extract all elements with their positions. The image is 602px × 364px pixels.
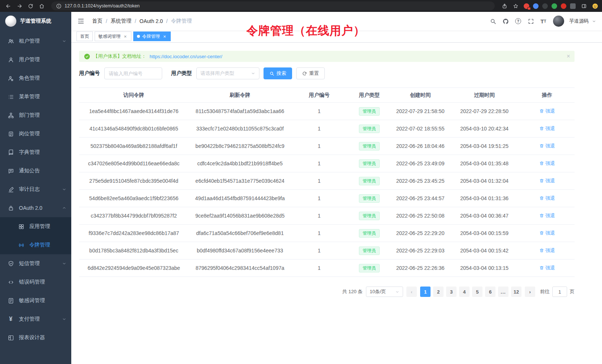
user-menu-caret-icon[interactable]: [592, 19, 596, 23]
page-button-4[interactable]: 4: [459, 287, 470, 297]
doc-link[interactable]: https://doc.iocoder.cn/user-center/: [150, 54, 222, 59]
share-icon[interactable]: [500, 1, 509, 10]
sidebar-item-oauth[interactable]: OAuth 2.0: [0, 199, 71, 217]
sidebar-item-post[interactable]: 岗位管理: [0, 125, 71, 143]
alert-close-icon[interactable]: ×: [567, 53, 570, 59]
create-time-cell: 2022-06-25 22:50:08: [392, 207, 449, 225]
tab-0[interactable]: 首页: [76, 32, 93, 41]
select-caret-icon: [251, 71, 255, 76]
user-type-select[interactable]: 请选择用户类型: [196, 67, 259, 79]
force-logout-button[interactable]: 强退: [539, 247, 555, 254]
user-id-input[interactable]: [104, 67, 162, 79]
dict-icon: [7, 149, 14, 156]
table-row: 1ea5e44f8bc1467aaede43144f31de76811c5304…: [79, 103, 575, 120]
access-token-cell: c347026e805e4d99b0d116eae66eda8c: [79, 155, 189, 172]
chevron-down-icon: [62, 39, 66, 43]
force-logout-button[interactable]: 强退: [539, 178, 555, 184]
pagination-ellipsis[interactable]: ...: [498, 287, 508, 297]
site-info-icon[interactable]: [56, 1, 62, 10]
sidebar-item-notice[interactable]: 通知公告: [0, 162, 71, 180]
breadcrumb-item[interactable]: 系统管理: [111, 18, 131, 24]
log-icon: [7, 186, 14, 193]
reload-button[interactable]: [26, 1, 35, 10]
tab-close-icon[interactable]: ×: [162, 34, 167, 39]
sidebar-item-app[interactable]: 应用管理: [0, 217, 71, 236]
force-logout-button[interactable]: 强退: [539, 108, 555, 115]
page-button-2[interactable]: 2: [433, 287, 444, 297]
tab-1[interactable]: 敏感词管理×: [95, 32, 131, 41]
reset-button[interactable]: 重置: [296, 67, 325, 79]
next-page-button[interactable]: ›: [525, 287, 535, 297]
profile-avatar-icon[interactable]: [592, 3, 598, 9]
force-logout-button[interactable]: 强退: [539, 125, 555, 132]
access-token-cell: b0d1785bc3a8482f812db4a3f3bd15ec: [79, 242, 189, 259]
page-button-12[interactable]: 12: [511, 287, 521, 297]
page-button-3[interactable]: 3: [446, 287, 457, 297]
fullscreen-icon[interactable]: [526, 16, 536, 26]
sidebar-item-menu[interactable]: 菜单管理: [0, 87, 71, 106]
side-panel-icon[interactable]: [579, 1, 588, 10]
page-size-select[interactable]: 10条/页: [366, 287, 403, 297]
action-cell: 强退: [520, 259, 575, 277]
sidebar-item-sms[interactable]: 短信管理: [0, 254, 71, 273]
sidebar-item-label: 令牌管理: [29, 242, 50, 248]
extension-icon-crimson[interactable]: [561, 3, 566, 9]
search-button[interactable]: 搜索: [264, 67, 292, 79]
github-icon[interactable]: [500, 16, 511, 26]
force-logout-button[interactable]: 强退: [539, 212, 555, 219]
prev-page-button[interactable]: ‹: [406, 287, 417, 297]
user-type-cell: 管理员: [347, 207, 392, 225]
table-row: 6d842e2924594de9a09e45e087323abe8796295f…: [79, 259, 575, 277]
chevron-down-icon: [62, 261, 66, 266]
bookmark-star-icon[interactable]: [511, 1, 520, 10]
help-icon[interactable]: ?: [513, 16, 523, 26]
search-icon[interactable]: [488, 16, 498, 26]
breadcrumb-item[interactable]: OAuth 2.0: [140, 18, 163, 24]
sidebar-toggle-icon[interactable]: [77, 17, 85, 25]
app-logo[interactable]: 芋道管理系统: [0, 12, 71, 30]
home-button[interactable]: [37, 1, 46, 10]
tab-close-icon[interactable]: ×: [123, 34, 128, 39]
user-avatar[interactable]: [553, 16, 564, 27]
sidebar-item-sensitive[interactable]: 敏感词管理: [0, 291, 71, 310]
sidebar-item-role[interactable]: 角色管理: [0, 69, 71, 87]
tab-2[interactable]: 令牌管理×: [133, 32, 171, 41]
breadcrumb-item[interactable]: 首页: [92, 18, 102, 24]
force-logout-button[interactable]: 强退: [539, 195, 555, 202]
force-logout-button[interactable]: 强退: [539, 143, 555, 149]
force-logout-button[interactable]: 强退: [539, 160, 555, 167]
extension-icon-green[interactable]: [552, 3, 557, 9]
extension-icon-blue[interactable]: [533, 3, 539, 9]
sidebar-item-report[interactable]: 报表设计器: [0, 328, 71, 347]
extension-icon-dark[interactable]: [542, 3, 548, 9]
create-time-cell: 2022-06-25 23:45:25: [392, 172, 449, 190]
extension-icon-red[interactable]: [524, 3, 529, 9]
page-button-6[interactable]: 6: [485, 287, 495, 297]
table-row: f9336e7c7dd242a283ee98dc86b17a87dfa6c71a…: [79, 225, 575, 242]
goto-page-input[interactable]: [552, 287, 567, 297]
page-size-value: 10条/页: [370, 288, 386, 295]
active-tab-dot-icon: [137, 35, 140, 38]
sidebar-item-token[interactable]: 令牌管理: [0, 236, 71, 254]
sidebar-item-dict[interactable]: 字典管理: [0, 143, 71, 162]
font-size-icon[interactable]: TT: [538, 16, 549, 26]
page-button-5[interactable]: 5: [472, 287, 482, 297]
address-bar[interactable]: 127.0.0.1:1024/system/oauth2/token: [51, 1, 495, 10]
sidebar-item-errcode[interactable]: 错误码管理: [0, 273, 71, 291]
sidebar-item-log[interactable]: 审计日志: [0, 180, 71, 199]
sidebar-item-tenant[interactable]: 租户管理: [0, 32, 71, 50]
sidebar-item-user[interactable]: 用户管理: [0, 50, 71, 69]
user-name[interactable]: 芋道源码: [569, 18, 589, 24]
page-button-1[interactable]: 1: [420, 287, 431, 297]
forward-button[interactable]: [15, 1, 24, 10]
force-logout-button[interactable]: 强退: [539, 265, 555, 271]
extension-puzzle-icon[interactable]: [570, 3, 576, 9]
back-button[interactable]: [4, 1, 13, 10]
create-time-cell: 2022-07-02 18:55:55: [392, 120, 449, 138]
sidebar-item-dept[interactable]: 部门管理: [0, 106, 71, 125]
sidebar-item-label: 敏感词管理: [19, 297, 45, 304]
tab-label: 首页: [80, 33, 89, 40]
sidebar-item-pay[interactable]: ¥支付管理: [0, 310, 71, 328]
tab-bar: 首页敏感词管理×令牌管理×: [71, 30, 602, 43]
force-logout-button[interactable]: 强退: [539, 230, 555, 236]
